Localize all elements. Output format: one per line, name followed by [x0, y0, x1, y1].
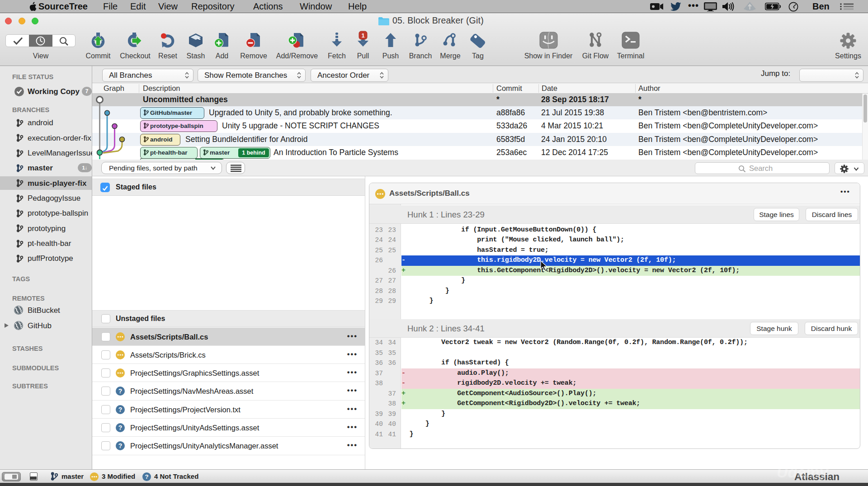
svg-text:?: ?: [118, 424, 123, 431]
svg-text:?: ?: [145, 473, 148, 480]
svg-text:?: ?: [118, 406, 123, 413]
svg-text:1: 1: [361, 32, 364, 39]
svg-text:?: ?: [118, 442, 123, 449]
svg-text:?: ?: [118, 387, 123, 395]
